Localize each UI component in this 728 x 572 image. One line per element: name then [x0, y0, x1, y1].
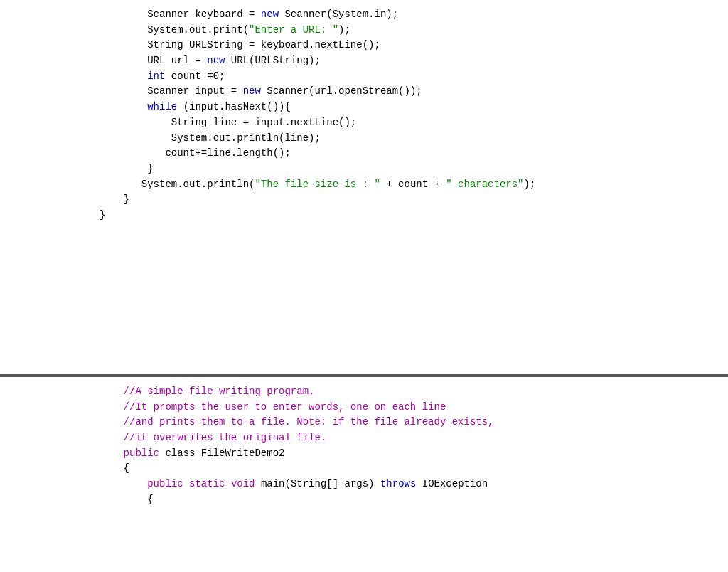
- code-line-t4: URL url = new URL(URLString);: [100, 53, 728, 69]
- top-code-block: Scanner keyboard = new Scanner(System.in…: [0, 7, 728, 223]
- code-line-t10: count+=line.length();: [100, 146, 728, 161]
- code-line-t8: String line = input.nextLine();: [100, 115, 728, 131]
- code-line-b4: //it overwrites the original file.: [100, 430, 728, 446]
- top-code-panel: Scanner keyboard = new Scanner(System.in…: [0, 0, 728, 377]
- code-line-b1: //A simple file writing program.: [100, 384, 728, 400]
- code-line-b2: //It prompts the user to enter words, on…: [100, 400, 728, 415]
- code-line-t9: System.out.println(line);: [100, 131, 728, 147]
- code-line-b7: public static void main(String[] args) t…: [100, 477, 728, 492]
- code-line-b5: public class FileWriteDemo2: [100, 446, 728, 462]
- code-line-b3: //and prints them to a file. Note: if th…: [100, 415, 728, 430]
- code-line-t11: }: [100, 161, 728, 177]
- code-line-b6: {: [100, 461, 728, 477]
- code-line-t2: System.out.print("Enter a URL: ");: [100, 23, 728, 38]
- code-line-t7: while (input.hasNext()){: [100, 100, 728, 115]
- code-line-b8: {: [100, 492, 728, 508]
- bottom-code-panel: //A simple file writing program. //It pr…: [0, 377, 728, 569]
- code-line-t6: Scanner input = new Scanner(url.openStre…: [100, 84, 728, 100]
- code-line-t1: Scanner keyboard = new Scanner(System.in…: [100, 7, 728, 23]
- code-line-t3: String URLString = keyboard.nextLine();: [100, 38, 728, 53]
- code-line-t12: System.out.println("The file size is : "…: [100, 177, 728, 193]
- bottom-code-block: //A simple file writing program. //It pr…: [0, 384, 728, 508]
- code-line-t5: int count =0;: [100, 69, 728, 85]
- code-line-t14: }: [100, 208, 728, 223]
- code-line-t13: }: [100, 192, 728, 208]
